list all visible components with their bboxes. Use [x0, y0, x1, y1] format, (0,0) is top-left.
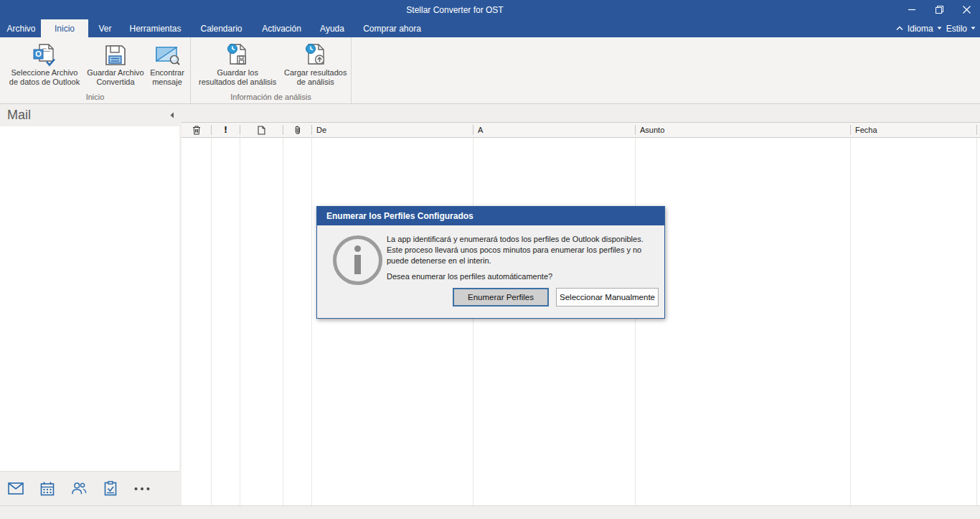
minimize-button[interactable]: [898, 0, 925, 19]
dialog-message: La app identificará y enumerará todos lo…: [387, 234, 644, 266]
nav-people-button[interactable]: [71, 481, 87, 497]
enumerate-profiles-dialog: Enumerar los Perfiles Configurados La ap…: [316, 206, 665, 319]
chevron-up-icon: [896, 26, 903, 31]
trash-icon: [192, 126, 201, 135]
minimize-icon: [908, 6, 916, 14]
svg-text:O: O: [35, 50, 42, 58]
save-converted-file-icon: [104, 42, 127, 68]
ribbon-group-informacion-de-analisis: Guardar los resultados del análisis Carg…: [191, 37, 352, 103]
load-scan-info-icon: [304, 42, 327, 68]
restore-button[interactable]: [925, 0, 953, 19]
column-header-importance[interactable]: !: [212, 125, 240, 135]
select-manually-button[interactable]: Seleccionar Manualmente: [556, 288, 659, 307]
collapse-pane-icon[interactable]: [169, 112, 174, 118]
ellipsis-icon: [134, 487, 150, 491]
message-table-body: [182, 138, 980, 505]
load-scan-info-button[interactable]: Cargar resultados de análisis: [280, 39, 351, 87]
outlook-data-file-icon: O: [32, 42, 57, 68]
column-header-fecha[interactable]: Fecha: [851, 125, 977, 135]
nav-calendar-button[interactable]: [39, 481, 55, 497]
close-icon: [963, 6, 971, 14]
tab-ayuda[interactable]: Ayuda: [309, 19, 355, 37]
tab-herramientas[interactable]: Herramientas: [122, 19, 189, 37]
find-message-icon: [154, 42, 180, 68]
menubar: Archivo Inicio Ver Herramientas Calendar…: [0, 19, 980, 37]
mail-folder-panel[interactable]: [0, 126, 179, 472]
find-message-button[interactable]: Encontrar mensaje: [144, 39, 190, 87]
nav-tasks-button[interactable]: [103, 481, 118, 497]
message-table-header: ! De A Asunto Fecha: [182, 122, 980, 138]
dialog-title: Enumerar los Perfiles Configurados: [326, 211, 473, 221]
ribbon-group-label: Inicio: [0, 93, 190, 101]
enumerate-profiles-button[interactable]: Enumerar Perfiles: [453, 288, 549, 307]
select-outlook-data-file-button[interactable]: O Seleccione Archivo de datos de Outlook: [2, 39, 87, 87]
document-icon: [258, 126, 265, 135]
ribbon-group-inicio: O Seleccione Archivo de datos de Outlook: [0, 37, 191, 103]
exclamation-icon: !: [224, 125, 227, 135]
ribbon: O Seleccione Archivo de datos de Outlook: [0, 37, 980, 104]
tab-ver[interactable]: Ver: [88, 19, 122, 37]
column-header-de[interactable]: De: [312, 125, 473, 135]
people-icon: [71, 482, 87, 495]
info-icon: [333, 235, 382, 285]
window-controls: [898, 0, 980, 19]
nav-more-button[interactable]: [134, 481, 150, 497]
sidebar-nav: [0, 472, 182, 505]
style-menu[interactable]: Estilo: [946, 24, 976, 34]
close-button[interactable]: [953, 0, 980, 19]
statusbar: [0, 505, 980, 519]
column-header-item-type[interactable]: [240, 125, 283, 135]
app-title: Stellar Converter for OST: [406, 5, 503, 15]
paperclip-icon: [294, 125, 301, 135]
column-header-a[interactable]: A: [473, 125, 636, 135]
sidebar-title: Mail: [7, 108, 169, 123]
save-converted-file-button[interactable]: Guardar Archivo Convertida: [87, 39, 144, 87]
restore-icon: [936, 6, 943, 14]
mail-icon: [8, 482, 24, 495]
collapse-ribbon-button[interactable]: [896, 26, 903, 31]
tab-inicio[interactable]: Inicio: [41, 19, 88, 37]
tab-comprar-ahora[interactable]: Comprar ahora: [355, 19, 429, 37]
caret-down-icon: [971, 27, 976, 30]
dialog-body: La app identificará y enumerará todos lo…: [317, 225, 664, 318]
tasks-icon: [104, 481, 117, 496]
tab-activacion[interactable]: Activación: [254, 19, 309, 37]
save-scan-info-button[interactable]: Guardar los resultados del análisis: [195, 39, 280, 87]
caret-down-icon: [937, 27, 942, 30]
ribbon-group-label: Información de análisis: [191, 93, 351, 101]
calendar-icon: [40, 482, 55, 496]
dialog-titlebar[interactable]: Enumerar los Perfiles Configurados: [317, 207, 664, 225]
nav-mail-button[interactable]: [8, 481, 24, 497]
save-scan-info-icon: [226, 42, 249, 68]
column-header-attachment[interactable]: [283, 125, 312, 135]
titlebar: Stellar Converter for OST: [0, 0, 980, 19]
language-menu[interactable]: Idioma: [908, 24, 942, 34]
language-label: Idioma: [908, 24, 933, 34]
sidebar-header: Mail: [0, 104, 182, 126]
column-header-asunto[interactable]: Asunto: [636, 125, 851, 135]
tab-calendario[interactable]: Calendario: [189, 19, 254, 37]
tab-archivo[interactable]: Archivo: [1, 19, 41, 37]
style-label: Estilo: [946, 24, 967, 34]
sidebar: Mail: [0, 104, 182, 505]
dialog-question: Desea enumerar los perfiles automáticame…: [387, 272, 552, 281]
column-header-delete[interactable]: [182, 125, 212, 135]
